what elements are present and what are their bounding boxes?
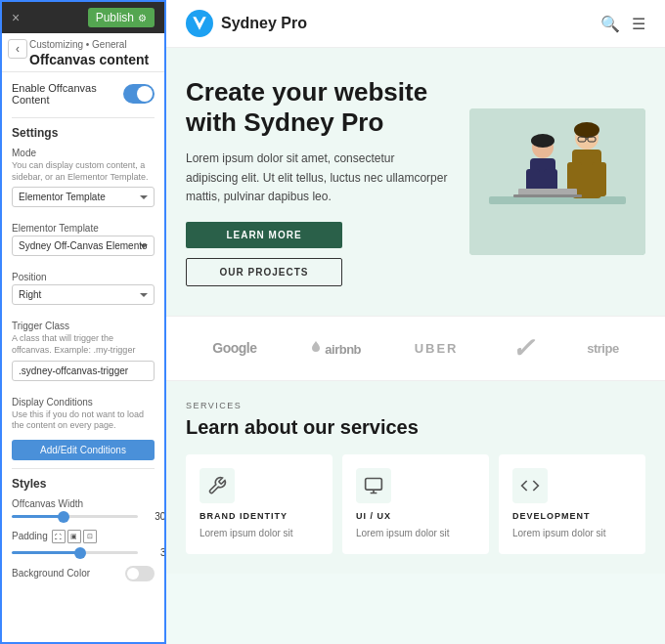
publish-label: Publish xyxy=(96,11,134,24)
logo-uber: UBER xyxy=(415,341,459,356)
logo-nike: ✓ xyxy=(511,332,534,365)
width-slider[interactable] xyxy=(12,515,138,518)
services-cards: BRAND IDENTITY Lorem ipsum dolor sit UI … xyxy=(186,454,645,554)
padding-value: 30 xyxy=(144,547,164,558)
padding-link-icon[interactable]: ⛶ xyxy=(52,530,66,543)
monitor-icon xyxy=(364,476,383,495)
width-label: Offcanvas Width xyxy=(12,498,155,509)
trigger-label: Trigger Class xyxy=(12,321,155,331)
mode-field: Mode You can display custom content, a s… xyxy=(12,148,155,215)
width-field: Offcanvas Width 300 xyxy=(12,498,155,522)
service-card-ui: UI / UX Lorem ipsum dolor sit xyxy=(342,454,489,554)
top-bar: × Publish ⚙ xyxy=(2,2,164,33)
display-conditions-field: Display Conditions Use this if you do no… xyxy=(12,397,155,460)
breadcrumb: Customizing • General xyxy=(29,39,155,50)
close-icon[interactable]: × xyxy=(12,10,20,25)
service3-name: DEVELOPMENT xyxy=(512,511,632,521)
trigger-desc: A class that will trigger the offcanvas.… xyxy=(12,333,155,356)
svg-rect-1 xyxy=(489,196,626,204)
padding-icons: ⛶ ▣ ⊡ xyxy=(52,530,97,543)
mode-desc: You can display custom content, a sideba… xyxy=(12,160,155,183)
logo-google: Google xyxy=(212,340,256,356)
styles-title: Styles xyxy=(12,477,155,491)
publish-button[interactable]: Publish ⚙ xyxy=(88,8,155,27)
learn-more-button[interactable]: LEARN MORE xyxy=(186,222,342,248)
display-label: Display Conditions xyxy=(12,397,155,408)
svg-rect-17 xyxy=(366,478,382,490)
padding-slider[interactable] xyxy=(12,551,138,554)
hero-title: Create your website with Sydney Pro xyxy=(186,77,450,138)
svg-point-13 xyxy=(531,134,554,148)
enable-toggle-row: Enable Offcanvas Content xyxy=(12,82,155,106)
services-eyebrow: SERVICES xyxy=(186,401,645,410)
site-logo: Sydney Pro xyxy=(186,10,307,37)
width-value: 300 xyxy=(144,511,164,522)
padding-label: Padding xyxy=(12,531,48,541)
our-projects-button[interactable]: OUR PROJECTS xyxy=(186,258,342,286)
padding-reset-icon[interactable]: ⊡ xyxy=(83,530,97,543)
code-icon xyxy=(520,476,540,495)
site-header: Sydney Pro 🔍 ☰ xyxy=(166,0,665,48)
add-conditions-button[interactable]: Add/Edit Conditions xyxy=(12,440,155,460)
website-preview: Sydney Pro 🔍 ☰ Create your website with … xyxy=(166,0,665,644)
bg-color-toggle[interactable] xyxy=(125,566,155,581)
enable-label: Enable Offcanvas Content xyxy=(12,82,123,106)
menu-icon[interactable]: ☰ xyxy=(632,15,645,33)
tools-icon xyxy=(207,476,227,495)
trigger-field: Trigger Class A class that will trigger … xyxy=(12,321,155,388)
padding-row: Padding ⛶ ▣ ⊡ xyxy=(12,530,155,543)
styles-section: Styles Offcanvas Width 300 Padding ⛶ ▣ ⊡ xyxy=(12,477,155,581)
padding-slider-row: 30 xyxy=(12,547,155,558)
ui-ux-icon xyxy=(356,468,391,503)
service-card-brand: BRAND IDENTITY Lorem ipsum dolor sit xyxy=(186,454,332,554)
mode-select[interactable]: Elementor Template Sidebar Custom Conten… xyxy=(12,187,155,207)
display-desc: Use this if you do not want to load the … xyxy=(12,409,155,432)
bg-color-label: Background Color xyxy=(12,568,90,579)
logo-stripe: stripe xyxy=(587,341,618,356)
service1-name: BRAND IDENTITY xyxy=(200,511,319,521)
position-select[interactable]: Right Left xyxy=(12,284,155,305)
search-icon[interactable]: 🔍 xyxy=(600,15,620,33)
hero-illustration xyxy=(469,108,645,255)
site-nav: 🔍 ☰ xyxy=(600,15,645,33)
hero-section: Create your website with Sydney Pro Lore… xyxy=(166,48,665,316)
template-field: Elementor Template Sydney Off-Canvas Ele… xyxy=(12,223,155,264)
trigger-input[interactable] xyxy=(12,361,155,381)
enable-offcanvas-toggle[interactable] xyxy=(123,84,155,104)
svg-rect-11 xyxy=(513,194,582,197)
gear-icon[interactable]: ⚙ xyxy=(138,13,147,23)
hero-content: Create your website with Sydney Pro Lore… xyxy=(186,77,450,286)
template-select[interactable]: Sydney Off-Canvas Elementor Te... xyxy=(12,236,155,256)
service2-desc: Lorem ipsum dolor sit xyxy=(356,527,475,540)
logos-section: Google airbnb UBER ✓ stripe xyxy=(166,316,665,381)
hero-image xyxy=(469,108,645,255)
hero-text: Lorem ipsum dolor sit amet, consectetur … xyxy=(186,150,450,206)
service1-desc: Lorem ipsum dolor sit xyxy=(200,527,319,540)
hero-buttons: LEARN MORE OUR PROJECTS xyxy=(186,222,342,286)
left-panel: × Publish ⚙ ‹ Customizing • General Offc… xyxy=(0,0,166,644)
position-field: Position Right Left xyxy=(12,272,155,313)
airbnb-icon xyxy=(310,340,322,354)
service2-name: UI / UX xyxy=(356,511,475,521)
settings-title: Settings xyxy=(12,126,155,140)
padding-field: Padding ⛶ ▣ ⊡ 30 xyxy=(12,530,155,558)
services-title: Learn about our services xyxy=(186,416,645,439)
back-button[interactable]: ‹ xyxy=(8,39,27,59)
service3-desc: Lorem ipsum dolor sit xyxy=(512,527,632,540)
panel-body: Enable Offcanvas Content Settings Mode Y… xyxy=(2,72,164,642)
n-logo-svg xyxy=(191,15,208,32)
padding-lock-icon[interactable]: ▣ xyxy=(67,530,81,543)
brand-identity-icon xyxy=(200,468,235,503)
development-icon xyxy=(512,468,548,503)
width-slider-row: 300 xyxy=(12,511,155,522)
logo-icon xyxy=(186,10,213,37)
breadcrumb-bar: ‹ Customizing • General Offcanvas conten… xyxy=(2,33,164,72)
logo-airbnb: airbnb xyxy=(310,340,361,357)
panel-title: Offcanvas content xyxy=(29,52,155,67)
mode-label: Mode xyxy=(12,148,155,158)
site-name: Sydney Pro xyxy=(221,15,307,32)
svg-point-12 xyxy=(574,122,599,138)
services-section: SERVICES Learn about our services BRAND … xyxy=(166,381,665,574)
svg-rect-5 xyxy=(592,162,606,196)
template-label: Elementor Template xyxy=(12,223,155,234)
